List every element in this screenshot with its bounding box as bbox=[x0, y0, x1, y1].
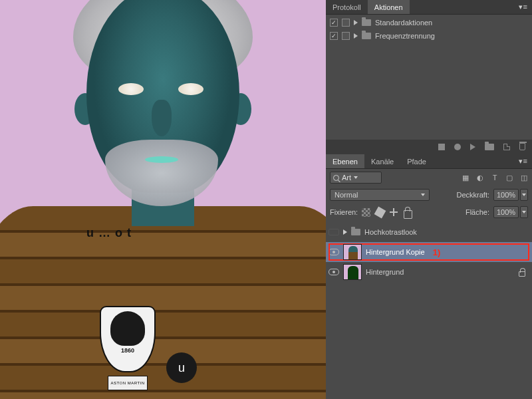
annotation-number: 1) bbox=[433, 247, 441, 257]
folder-icon bbox=[362, 19, 371, 26]
tab-ebenen[interactable]: Ebenen bbox=[326, 154, 364, 168]
folder-icon bbox=[362, 33, 371, 39]
opacity-label: Deckkraft: bbox=[456, 191, 489, 199]
aston-badge: ASTON MARTIN bbox=[108, 376, 148, 390]
lock-label: Fixieren: bbox=[330, 208, 358, 216]
right-panels: Protokoll Aktionen ▾≡ ✓ Standardaktionen… bbox=[326, 0, 532, 399]
lock-position-icon[interactable] bbox=[390, 208, 398, 217]
expand-icon[interactable] bbox=[354, 20, 358, 25]
filter-adjustment-icon[interactable]: ◐ bbox=[476, 174, 484, 182]
lock-icon bbox=[519, 271, 525, 277]
new-action-icon[interactable] bbox=[503, 144, 510, 150]
expand-icon[interactable] bbox=[354, 33, 358, 39]
visibility-toggle[interactable] bbox=[329, 269, 339, 275]
fill-slider-toggle[interactable] bbox=[520, 206, 528, 218]
layer-name: Hintergrund bbox=[366, 268, 404, 276]
action-set-row[interactable]: ✓ Frequenztrennung bbox=[326, 29, 532, 43]
actions-tabs: Protokoll Aktionen ▾≡ bbox=[326, 0, 532, 15]
actions-list: ✓ Standardaktionen ✓ Frequenztrennung bbox=[326, 15, 532, 47]
opacity-field[interactable]: 100% bbox=[493, 189, 519, 201]
layer-group-row[interactable]: Hochkotrastlook bbox=[326, 222, 532, 242]
panel-menu-icon[interactable]: ▾≡ bbox=[515, 157, 532, 166]
opacity-slider-toggle[interactable] bbox=[520, 189, 528, 201]
new-set-icon[interactable] bbox=[485, 144, 494, 150]
actions-empty-area bbox=[326, 47, 532, 140]
layer-list: Hochkotrastlook Hintergrund Kopie 1) Hin… bbox=[326, 221, 532, 283]
tab-protokoll[interactable]: Protokoll bbox=[326, 0, 368, 14]
toggle-check-icon[interactable]: ✓ bbox=[330, 32, 338, 40]
layer-name: Hochkotrastlook bbox=[364, 228, 417, 236]
chevron-down-icon bbox=[354, 176, 358, 179]
filter-type-icon[interactable]: T bbox=[491, 174, 499, 182]
portrait-image: u … o t 1860 ASTON MARTIN u bbox=[0, 0, 326, 399]
action-set-label: Frequenztrennung bbox=[375, 32, 435, 40]
stop-icon[interactable] bbox=[438, 144, 445, 150]
lock-transparency-icon[interactable] bbox=[362, 208, 370, 217]
search-icon bbox=[333, 175, 339, 181]
blend-mode-select[interactable]: Normal bbox=[330, 189, 430, 201]
expand-icon[interactable] bbox=[343, 229, 347, 235]
crest-year: 1860 bbox=[121, 347, 134, 354]
tab-pfade[interactable]: Pfade bbox=[400, 154, 433, 168]
chevron-down-icon bbox=[421, 194, 425, 196]
filter-pixel-icon[interactable]: ▦ bbox=[462, 174, 469, 182]
filter-smartobject-icon[interactable]: ◫ bbox=[520, 174, 528, 182]
fill-label: Fläche: bbox=[466, 208, 489, 216]
record-icon[interactable] bbox=[454, 144, 461, 150]
trash-icon[interactable] bbox=[519, 143, 525, 150]
fill-field[interactable]: 100% bbox=[493, 206, 519, 218]
tab-kanale[interactable]: Kanäle bbox=[364, 154, 400, 168]
toggle-check-icon[interactable]: ✓ bbox=[330, 19, 338, 27]
layer-thumbnail[interactable] bbox=[343, 244, 362, 260]
filter-shape-icon[interactable]: ▢ bbox=[505, 174, 513, 182]
visibility-toggle[interactable] bbox=[329, 249, 339, 255]
layers-tabs: Ebenen Kanäle Pfade ▾≡ bbox=[326, 154, 532, 169]
dialog-toggle-icon[interactable] bbox=[342, 19, 350, 27]
layer-name: Hintergrund Kopie bbox=[366, 248, 425, 256]
document-canvas[interactable]: u … o t 1860 ASTON MARTIN u bbox=[0, 0, 326, 399]
blend-mode-value: Normal bbox=[334, 191, 358, 199]
dialog-toggle-icon[interactable] bbox=[342, 32, 350, 40]
tab-aktionen[interactable]: Aktionen bbox=[368, 0, 410, 14]
layers-body: Art ▦ ◐ T ▢ ◫ Normal Deckkraft: 100% bbox=[326, 169, 532, 399]
visibility-toggle[interactable] bbox=[329, 229, 339, 235]
lock-pixels-icon[interactable] bbox=[374, 206, 386, 218]
action-set-label: Standardaktionen bbox=[375, 19, 432, 27]
layer-row[interactable]: Hintergrund bbox=[326, 262, 532, 282]
layer-thumbnail[interactable] bbox=[343, 264, 362, 280]
action-set-row[interactable]: ✓ Standardaktionen bbox=[326, 16, 532, 29]
lock-all-icon[interactable] bbox=[404, 210, 412, 219]
actions-footer bbox=[326, 140, 532, 154]
layer-filter-select[interactable]: Art bbox=[330, 172, 382, 184]
folder-icon bbox=[351, 229, 360, 235]
play-icon[interactable] bbox=[470, 144, 475, 150]
shirt-brand-text: u … o t bbox=[86, 226, 132, 240]
uhlsport-logo: u bbox=[166, 352, 197, 383]
layer-row-selected[interactable]: Hintergrund Kopie 1) bbox=[326, 242, 532, 262]
filter-label: Art bbox=[342, 174, 351, 182]
panel-menu-icon[interactable]: ▾≡ bbox=[515, 3, 532, 11]
